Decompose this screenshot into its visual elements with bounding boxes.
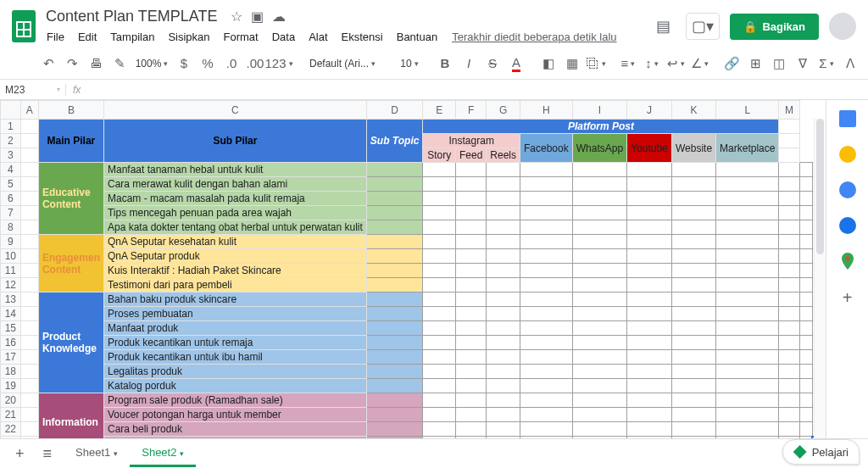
cell[interactable] — [487, 192, 520, 206]
cell[interactable] — [455, 220, 486, 235]
increase-decimal-button[interactable]: .00 — [244, 53, 266, 75]
sub-topic-cell[interactable] — [366, 365, 423, 379]
cell[interactable] — [423, 163, 456, 177]
cell[interactable] — [716, 379, 779, 393]
cell[interactable] — [779, 307, 799, 321]
cell[interactable] — [455, 422, 486, 437]
tasks-icon[interactable] — [839, 181, 856, 198]
cell[interactable] — [779, 379, 799, 393]
cell[interactable] — [520, 163, 573, 177]
cell[interactable] — [671, 192, 715, 206]
cell[interactable] — [779, 192, 799, 206]
pilar-pink[interactable]: Information — [38, 393, 103, 439]
cell[interactable] — [799, 379, 812, 393]
cell[interactable] — [455, 264, 486, 278]
cell[interactable] — [520, 278, 573, 292]
cell[interactable] — [487, 206, 520, 220]
cell[interactable] — [779, 220, 799, 235]
cell[interactable] — [520, 177, 573, 192]
sub-topic-cell[interactable] — [366, 393, 423, 408]
cell[interactable] — [572, 163, 626, 177]
cell[interactable] — [779, 235, 799, 249]
cell[interactable] — [520, 422, 573, 437]
text-color-button[interactable]: A — [505, 53, 527, 75]
cell[interactable] — [716, 278, 779, 292]
cell[interactable] — [455, 350, 486, 365]
cell[interactable] — [671, 350, 715, 365]
cell[interactable] — [572, 177, 626, 192]
font-family-dropdown[interactable]: Default (Ari... — [300, 53, 385, 75]
borders-button[interactable]: ▦ — [561, 53, 583, 75]
cell[interactable] — [779, 177, 799, 192]
sub-topic-cell[interactable] — [366, 336, 423, 350]
menu-edit[interactable]: Edit — [72, 28, 103, 46]
sheets-logo[interactable] — [7, 10, 41, 42]
cell[interactable] — [799, 192, 812, 206]
cell[interactable] — [487, 249, 520, 264]
cell[interactable] — [520, 393, 573, 408]
cell[interactable] — [716, 206, 779, 220]
cell[interactable] — [455, 393, 486, 408]
column-header-H[interactable]: H — [520, 101, 573, 120]
sub-pilar-cell[interactable]: Manfaat produk — [103, 321, 366, 336]
spreadsheet-grid[interactable]: ABCDEFGHIJKLM1 Main Pilar Sub Pilar Sub … — [0, 100, 826, 438]
cell[interactable] — [627, 379, 672, 393]
cell[interactable] — [779, 163, 799, 177]
header-ig-reels[interactable]: Reels — [487, 148, 520, 163]
cell[interactable] — [572, 422, 626, 437]
pilar-blue[interactable]: ProductKnowledge — [38, 292, 103, 393]
cell[interactable] — [520, 365, 573, 379]
cell[interactable] — [671, 422, 715, 437]
cell[interactable] — [572, 206, 626, 220]
insert-comment-button[interactable]: ⊞ — [744, 53, 766, 75]
cell[interactable] — [627, 264, 672, 278]
insert-link-button[interactable]: 🔗 — [721, 53, 743, 75]
cell[interactable] — [627, 422, 672, 437]
cell[interactable] — [423, 422, 456, 437]
cell[interactable] — [520, 292, 573, 307]
cell[interactable] — [627, 350, 672, 365]
name-box[interactable]: M23 — [0, 84, 66, 96]
account-avatar[interactable] — [829, 13, 856, 40]
collapse-toolbar-button[interactable]: ᐱ — [839, 53, 861, 75]
sheet-tab-sheet2[interactable]: Sheet2▾ — [130, 440, 196, 467]
cell[interactable] — [572, 393, 626, 408]
column-header-M[interactable]: M — [779, 101, 799, 120]
present-button[interactable]: ▢▾ — [686, 13, 720, 40]
cell[interactable] — [487, 393, 520, 408]
cell[interactable] — [423, 278, 456, 292]
cell[interactable] — [671, 206, 715, 220]
maps-icon[interactable] — [839, 253, 856, 270]
cell[interactable] — [799, 206, 812, 220]
sub-topic-cell[interactable] — [366, 321, 423, 336]
cell[interactable] — [779, 336, 799, 350]
cell[interactable] — [671, 249, 715, 264]
cell[interactable] — [671, 163, 715, 177]
cell[interactable] — [487, 278, 520, 292]
cell[interactable] — [520, 321, 573, 336]
cell[interactable] — [779, 292, 799, 307]
explore-button[interactable]: Pelajari — [782, 439, 860, 465]
cell[interactable] — [671, 393, 715, 408]
cell[interactable] — [455, 177, 486, 192]
cell[interactable] — [716, 235, 779, 249]
sub-pilar-cell[interactable]: Testimoni dari para pembeli — [103, 278, 366, 292]
sub-topic-cell[interactable] — [366, 278, 423, 292]
text-wrap-dropdown[interactable]: ↩ — [665, 53, 687, 75]
cell[interactable] — [572, 220, 626, 235]
cell[interactable] — [423, 307, 456, 321]
cell[interactable] — [671, 235, 715, 249]
pilar-orange[interactable]: EngagemenContent — [38, 235, 103, 292]
cell[interactable] — [671, 336, 715, 350]
cell[interactable] — [423, 249, 456, 264]
cell[interactable] — [627, 336, 672, 350]
cell[interactable] — [627, 278, 672, 292]
format-percent-button[interactable]: % — [197, 53, 219, 75]
cell[interactable] — [779, 408, 799, 422]
cell[interactable] — [423, 264, 456, 278]
sub-pilar-cell[interactable]: Voucer potongan harga untuk member — [103, 408, 366, 422]
cell[interactable] — [779, 264, 799, 278]
decrease-decimal-button[interactable]: .0 — [220, 53, 242, 75]
cell[interactable] — [572, 249, 626, 264]
vertical-scrollbar[interactable] — [814, 119, 826, 438]
